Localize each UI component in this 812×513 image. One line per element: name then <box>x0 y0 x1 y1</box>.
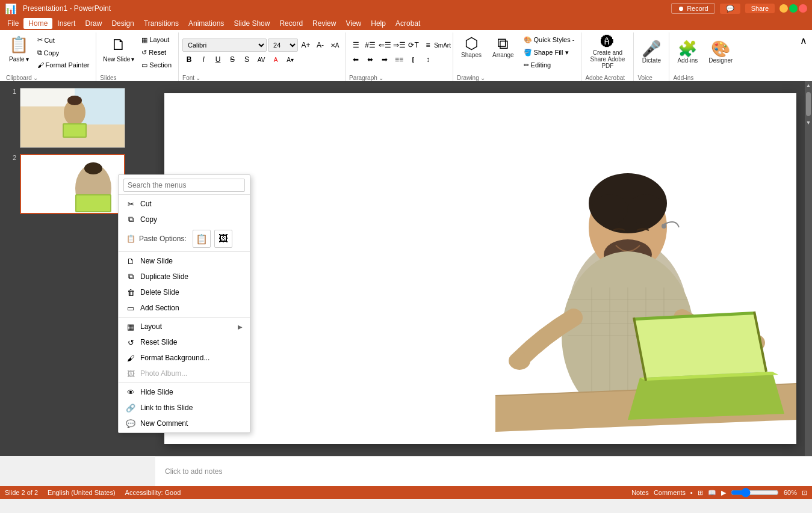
view-slideshow[interactable]: ▶ <box>721 489 726 497</box>
format-painter-button[interactable]: 🖌 Format Painter <box>34 60 93 70</box>
addins-button[interactable]: 🧩 Add-ins <box>673 38 702 67</box>
ctx-delete-slide[interactable]: 🗑 Delete Slide <box>119 284 250 300</box>
ctx-new-comment[interactable]: 💬 New Comment <box>119 416 250 431</box>
ctx-layout[interactable]: ▦ Layout ▶ <box>119 319 250 334</box>
clear-format-button[interactable]: ✕A <box>328 38 341 52</box>
comments-button[interactable]: Comments <box>654 489 686 496</box>
menu-home[interactable]: Home <box>23 18 52 29</box>
notes-bar[interactable]: Click to add notes <box>155 456 812 486</box>
menu-review[interactable]: Review <box>308 18 341 29</box>
scroll-thumb[interactable] <box>806 92 811 116</box>
menu-draw[interactable]: Draw <box>80 18 107 29</box>
paragraph-group-label[interactable]: Paragraph ⌄ <box>349 72 449 81</box>
ctx-reset-slide[interactable]: ↺ Reset Slide <box>119 334 250 350</box>
ctx-new-slide[interactable]: 🗋 New Slide <box>119 253 250 269</box>
view-normal[interactable]: ▪ <box>690 489 693 496</box>
ctx-link-to-slide[interactable]: 🔗 Link to this Slide <box>119 400 250 416</box>
menu-insert[interactable]: Insert <box>52 18 80 29</box>
scroll-down-arrow[interactable]: ▼ <box>805 118 812 127</box>
slide-thumb-img-1[interactable] <box>20 88 125 148</box>
section-button[interactable]: ▭ Section <box>138 60 175 71</box>
align-left-button[interactable]: ⬅ <box>349 53 362 66</box>
slide-canvas[interactable] <box>164 93 796 444</box>
ctx-cut[interactable]: ✂ Cut <box>119 196 250 212</box>
font-bg-button[interactable]: A▾ <box>284 53 297 66</box>
drawing-group-label[interactable]: Drawing ⌄ <box>457 72 577 81</box>
cut-button[interactable]: ✂ Cut <box>34 34 93 46</box>
font-size-select[interactable]: 24 <box>268 38 298 52</box>
maximize-button[interactable] <box>789 4 798 13</box>
minimize-button[interactable] <box>779 4 788 13</box>
menu-animations[interactable]: Animations <box>184 18 229 29</box>
adobe-group-label[interactable]: Adobe Acrobat <box>585 72 630 81</box>
shape-fill-button[interactable]: 🪣 Shape Fill ▾ <box>521 47 578 58</box>
menu-record[interactable]: Record <box>274 18 308 29</box>
bullets-button[interactable]: ☰ <box>349 38 362 52</box>
ctx-format-bg[interactable]: 🖌 Format Background... <box>119 350 250 366</box>
cols-button[interactable]: ⫿ <box>407 53 420 66</box>
arrange-button[interactable]: ⧉ Arrange <box>488 32 518 72</box>
copy-button[interactable]: ⧉ Copy <box>34 47 93 58</box>
dec-indent-button[interactable]: ⇐☰ <box>378 38 391 52</box>
paste-button[interactable]: 📋 Paste ▾ <box>6 32 32 72</box>
text-direction-button[interactable]: ⟳T <box>407 38 420 52</box>
menu-acrobat[interactable]: Acrobat <box>391 18 425 29</box>
font-group-label[interactable]: Font ⌄ <box>182 72 341 81</box>
paste-use-dest-button[interactable]: 🖼 <box>214 230 232 248</box>
italic-button[interactable]: I <box>197 53 210 66</box>
font-color-button[interactable]: A <box>269 53 282 66</box>
layout-button[interactable]: ▦ Layout <box>138 34 175 46</box>
line-spacing-button[interactable]: ↕ <box>421 53 435 66</box>
editing-button[interactable]: ✏ Editing <box>521 60 578 71</box>
align-center-button[interactable]: ⬌ <box>364 53 377 66</box>
menu-transitions[interactable]: Transitions <box>139 18 184 29</box>
menu-view[interactable]: View <box>341 18 366 29</box>
fit-slide-button[interactable]: ⊡ <box>802 489 807 497</box>
strikethrough-button[interactable]: S <box>226 53 239 66</box>
shapes-button[interactable]: ⬡ Shapes <box>457 32 486 72</box>
justify-button[interactable]: ≡≡ <box>392 53 406 66</box>
slide-thumb-img-2[interactable] <box>20 154 125 214</box>
ctx-copy[interactable]: ⧉ Copy <box>119 212 250 227</box>
numbering-button[interactable]: #☰ <box>364 38 377 52</box>
font-family-select[interactable]: Calibri <box>182 38 267 52</box>
underline-button[interactable]: U <box>211 53 225 66</box>
comment-button[interactable]: 💬 <box>720 4 740 14</box>
new-slide-button[interactable]: 🗋 New Slide ▾ <box>100 32 137 72</box>
ctx-duplicate-slide[interactable]: ⧉ Duplicate Slide <box>119 269 250 284</box>
smartart-button[interactable]: SmArt <box>436 38 449 52</box>
share-button[interactable]: Share <box>745 4 775 13</box>
scroll-up-arrow[interactable]: ▲ <box>805 81 812 90</box>
clipboard-group-label[interactable]: Clipboard ⌄ <box>6 72 92 81</box>
create-share-pdf-button[interactable]: 🅐 Create and Share Adobe PDF <box>585 32 630 72</box>
dictate-button[interactable]: 🎤 Dictate <box>637 38 665 67</box>
quick-styles-button[interactable]: 🎨 Quick Styles - <box>521 34 578 46</box>
context-search-input[interactable] <box>123 179 245 192</box>
slide-thumbnail-1[interactable]: 1 <box>5 86 150 150</box>
reset-button[interactable]: ↺ Reset <box>138 47 175 58</box>
ctx-add-section[interactable]: ▭ Add Section <box>119 300 250 316</box>
menu-file[interactable]: File <box>2 18 23 29</box>
menu-design[interactable]: Design <box>107 18 138 29</box>
menu-help[interactable]: Help <box>366 18 391 29</box>
view-reading[interactable]: 📖 <box>708 489 716 497</box>
ribbon-collapse-button[interactable]: ∧ <box>795 32 812 81</box>
view-slide-sorter[interactable]: ⊞ <box>698 489 703 497</box>
increase-font-button[interactable]: A+ <box>299 38 312 52</box>
align-right-button[interactable]: ➡ <box>378 53 391 66</box>
text-shadow-button[interactable]: S <box>240 53 253 66</box>
align-text-button[interactable]: ≡ <box>421 38 435 52</box>
zoom-slider[interactable] <box>731 488 779 497</box>
close-button[interactable] <box>799 4 807 13</box>
char-spacing-button[interactable]: AV <box>255 53 268 66</box>
inc-indent-button[interactable]: ⇒☰ <box>392 38 406 52</box>
ctx-hide-slide[interactable]: 👁 Hide Slide <box>119 384 250 400</box>
slides-group-label[interactable]: Slides <box>100 72 175 81</box>
decrease-font-button[interactable]: A- <box>314 38 327 52</box>
record-button[interactable]: ⏺ Record <box>671 3 714 14</box>
bold-button[interactable]: B <box>182 53 196 66</box>
menu-slideshow[interactable]: Slide Show <box>229 18 274 29</box>
designer-button[interactable]: 🎨 Designer <box>704 38 737 67</box>
notes-button[interactable]: Notes <box>631 489 649 496</box>
paste-keep-source-button[interactable]: 📋 <box>193 230 211 248</box>
